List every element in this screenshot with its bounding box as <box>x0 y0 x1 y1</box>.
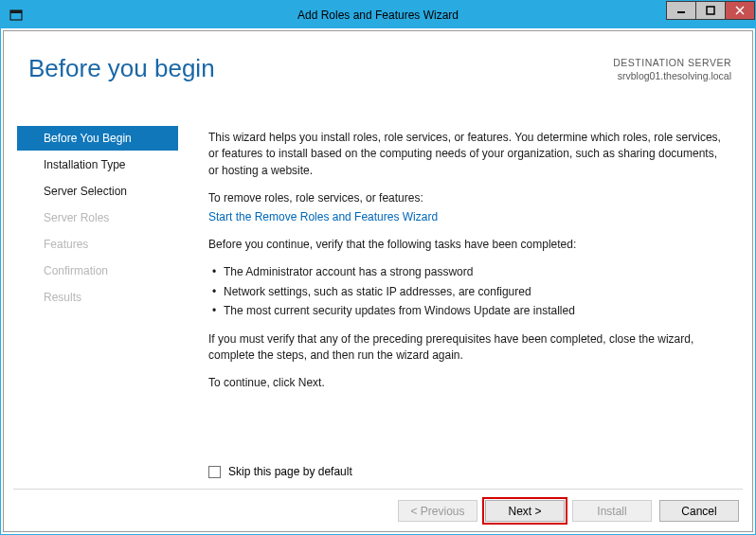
maximize-button[interactable] <box>695 1 726 20</box>
continue-text: To continue, click Next. <box>208 375 728 391</box>
remove-wizard-link[interactable]: Start the Remove Roles and Features Wiza… <box>208 210 438 223</box>
nav-installation-type[interactable]: Installation Type <box>17 152 178 177</box>
verify-lead: Before you continue, verify that the fol… <box>208 237 728 253</box>
install-button: Install <box>572 500 652 522</box>
skip-checkbox-row[interactable]: Skip this page by default <box>208 465 352 478</box>
destination-info: DESTINATION SERVER srvblog01.thesolving.… <box>613 56 731 82</box>
remove-lead: To remove roles, role services, or featu… <box>208 190 728 206</box>
app-icon <box>9 8 24 23</box>
minimize-button[interactable] <box>666 1 696 20</box>
page-content: This wizard helps you install roles, rol… <box>208 130 728 403</box>
svg-rect-3 <box>707 7 714 14</box>
page-title: Before you begin <box>28 54 215 83</box>
button-separator <box>13 489 743 490</box>
skip-checkbox[interactable] <box>208 466 221 478</box>
nav-results: Results <box>17 285 178 310</box>
wizard-window: Add Roles and Features Wizard Before you… <box>0 0 756 535</box>
title-bar: Add Roles and Features Wizard <box>1 1 755 28</box>
nav-server-roles: Server Roles <box>17 205 178 230</box>
nav-confirmation: Confirmation <box>17 259 178 283</box>
intro-text: This wizard helps you install roles, rol… <box>208 130 728 179</box>
prereq-item: The Administrator account has a strong p… <box>212 264 728 280</box>
nav-features: Features <box>17 232 178 257</box>
cancel-button[interactable]: Cancel <box>659 500 739 522</box>
wizard-nav: Before You Begin Installation Type Serve… <box>17 126 178 312</box>
window-controls <box>667 1 755 20</box>
previous-button: < Previous <box>398 500 477 522</box>
prereq-list: The Administrator account has a strong p… <box>208 264 728 319</box>
window-title: Add Roles and Features Wizard <box>1 9 755 22</box>
prereq-item: Network settings, such as static IP addr… <box>212 284 728 300</box>
destination-server: srvblog01.thesolving.local <box>613 69 731 82</box>
svg-rect-1 <box>10 10 22 13</box>
next-button[interactable]: Next > <box>485 500 565 522</box>
nav-server-selection[interactable]: Server Selection <box>17 179 178 204</box>
close-button[interactable] <box>725 1 755 20</box>
wizard-body: Before you begin DESTINATION SERVER srvb… <box>3 30 753 532</box>
ifmust-text: If you must verify that any of the prece… <box>208 331 728 365</box>
prereq-item: The most current security updates from W… <box>212 303 728 319</box>
button-row: < Previous Next > Install Cancel <box>398 500 739 522</box>
skip-label: Skip this page by default <box>228 465 352 478</box>
destination-label: DESTINATION SERVER <box>613 56 731 69</box>
nav-before-you-begin[interactable]: Before You Begin <box>17 126 178 151</box>
wizard-header: Before you begin DESTINATION SERVER srvb… <box>4 31 752 98</box>
